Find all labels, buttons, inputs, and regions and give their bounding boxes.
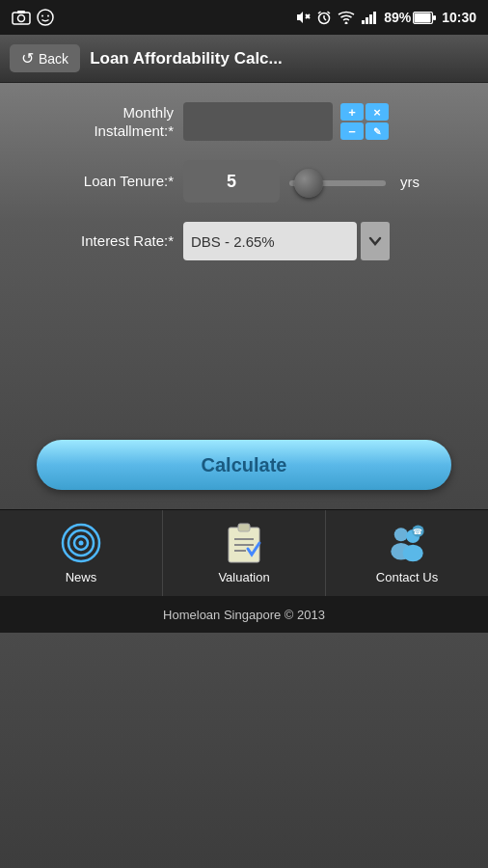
status-bar: 89% 10:30 <box>0 0 488 35</box>
calculate-section: Calculate <box>0 430 488 509</box>
interest-dropdown-container: DBS - 2.65% <box>183 222 459 260</box>
svg-point-13 <box>345 22 348 25</box>
valuation-icon <box>223 522 265 564</box>
svg-point-1 <box>18 15 25 22</box>
news-icon <box>60 522 102 564</box>
news-wifi-icon <box>60 522 102 564</box>
svg-rect-17 <box>373 12 376 24</box>
news-label: News <box>66 570 97 584</box>
tenure-container: 5 yrs <box>183 160 459 203</box>
svg-rect-14 <box>362 20 365 24</box>
signal-icon <box>361 11 378 24</box>
svg-rect-20 <box>433 15 436 20</box>
interest-rate-select[interactable]: DBS - 2.65% <box>183 222 357 260</box>
svg-point-24 <box>79 541 84 546</box>
tenure-value: 5 <box>227 172 236 192</box>
monthly-installment-label: MonthlyInstallment:* <box>29 103 183 141</box>
interest-rate-label: Interest Rate:* <box>29 231 183 251</box>
svg-rect-2 <box>17 11 25 14</box>
svg-rect-15 <box>366 17 368 24</box>
svg-line-10 <box>324 18 326 20</box>
nav-item-contact[interactable]: ☎ Contact Us <box>326 510 488 596</box>
loan-tenure-row: Loan Tenure:* 5 yrs <box>29 160 459 203</box>
monthly-installment-input[interactable] <box>183 102 333 141</box>
svg-point-3 <box>38 10 53 25</box>
alarm-icon <box>316 10 332 25</box>
dropdown-arrow-button[interactable] <box>361 222 390 260</box>
svg-point-33 <box>403 545 423 562</box>
bottom-nav: News Valuation <box>0 509 488 596</box>
calculate-button[interactable]: Calculate <box>37 440 451 490</box>
monthly-installment-row: MonthlyInstallment:* + × − ✎ <box>29 102 459 141</box>
back-label: Back <box>39 51 68 67</box>
battery-container: 89% <box>384 10 436 25</box>
battery-icon <box>413 12 436 24</box>
status-left-icons <box>12 9 54 26</box>
contact-label: Contact Us <box>376 570 438 584</box>
pencil-button[interactable]: ✎ <box>366 122 389 140</box>
interest-rate-row: Interest Rate:* DBS - 2.65% <box>29 222 459 260</box>
status-time: 10:30 <box>442 10 476 25</box>
back-arrow-icon: ↺ <box>21 49 34 68</box>
plus-button[interactable]: + <box>340 103 364 121</box>
installment-field: + × − ✎ <box>183 102 389 141</box>
tenure-slider-thumb[interactable] <box>294 169 323 198</box>
valuation-doc-icon <box>225 522 263 564</box>
footer-text: Homeloan Singapore © 2013 <box>163 608 325 622</box>
cross-button[interactable]: × <box>366 103 389 121</box>
nav-item-news[interactable]: News <box>0 510 163 596</box>
footer: Homeloan Singapore © 2013 <box>0 596 488 633</box>
background-fill <box>0 633 488 868</box>
calc-buttons: + × − ✎ <box>340 103 389 140</box>
photo-icon <box>12 10 31 25</box>
mute-icon <box>295 10 311 25</box>
nav-title: Loan Affordability Calc... <box>90 49 283 68</box>
tenure-slider-wrap <box>289 176 386 186</box>
main-content: MonthlyInstallment:* + × − ✎ Loan Tenure… <box>0 83 488 430</box>
valuation-label: Valuation <box>218 570 269 584</box>
svg-text:☎: ☎ <box>413 528 422 536</box>
back-button[interactable]: ↺ Back <box>10 44 80 72</box>
wifi-icon <box>338 11 355 24</box>
tenure-value-box: 5 <box>183 160 280 203</box>
battery-percent: 89% <box>384 10 411 25</box>
tenure-slider-track[interactable] <box>289 180 386 186</box>
contact-icon: ☎ <box>386 522 428 564</box>
svg-line-11 <box>318 12 321 14</box>
svg-rect-16 <box>369 14 372 24</box>
svg-point-4 <box>41 15 43 17</box>
contact-people-icon: ☎ <box>386 522 428 564</box>
minus-button[interactable]: − <box>340 122 364 140</box>
loan-tenure-label: Loan Tenure:* <box>29 172 183 191</box>
dropdown-chevron-icon <box>367 233 383 249</box>
svg-point-30 <box>394 528 408 541</box>
svg-point-5 <box>47 15 49 17</box>
svg-line-12 <box>328 12 331 14</box>
svg-rect-26 <box>238 524 250 531</box>
nav-item-valuation[interactable]: Valuation <box>163 510 326 596</box>
svg-rect-19 <box>415 13 431 22</box>
nav-bar: ↺ Back Loan Affordability Calc... <box>0 35 488 83</box>
emoji-icon <box>37 9 54 26</box>
tenure-unit: yrs <box>400 174 420 190</box>
